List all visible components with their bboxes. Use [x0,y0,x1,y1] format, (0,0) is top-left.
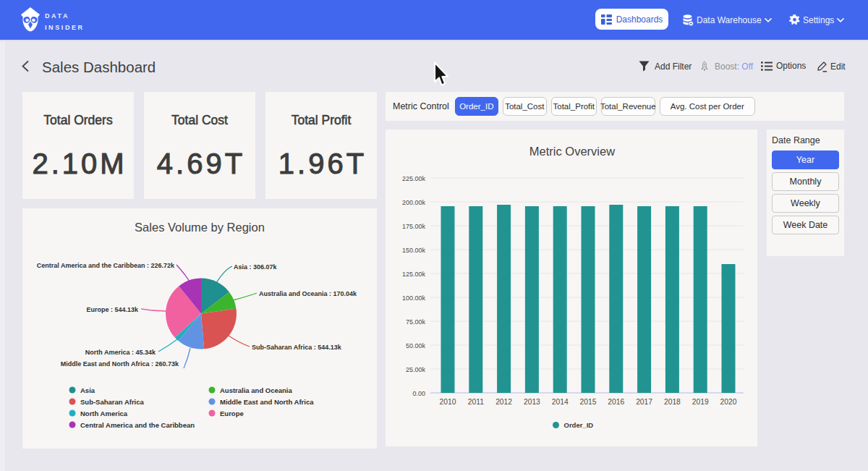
svg-text:50.00k: 50.00k [406,342,426,349]
svg-text:Central America and the Caribb: Central America and the Caribbean [80,421,195,429]
svg-text:100.00k: 100.00k [402,294,426,302]
svg-text:Middle East and North Africa :: Middle East and North Africa : 260.73k [61,360,179,368]
svg-text:Sales Volume by Region: Sales Volume by Region [135,221,265,234]
svg-text:2016: 2016 [608,398,624,406]
svg-text:Sub-Saharan Africa : 544.13k: Sub-Saharan Africa : 544.13k [252,344,342,351]
svg-text:Metric Overview: Metric Overview [529,145,615,158]
svg-text:225.00k: 225.00k [402,175,426,182]
svg-text:75.00k: 75.00k [406,318,426,326]
svg-text:2010: 2010 [440,398,456,406]
svg-text:25.00k: 25.00k [406,366,426,373]
svg-text:Australia and Oceania : 170.04: Australia and Oceania : 170.04k [259,290,357,297]
svg-text:200.00k: 200.00k [402,199,426,206]
svg-text:2012: 2012 [495,398,512,406]
svg-text:2011: 2011 [468,398,484,406]
svg-text:Europe : 544.13k: Europe : 544.13k [86,306,139,313]
svg-text:150.00k: 150.00k [402,247,426,254]
svg-text:Central America and the Caribb: Central America and the Caribbean : 226.… [37,262,175,269]
svg-text:2013: 2013 [524,398,540,406]
svg-text:Asia : 306.07k: Asia : 306.07k [234,263,278,271]
svg-text:2018: 2018 [664,398,681,406]
svg-text:125.00k: 125.00k [402,271,426,278]
svg-text:North America : 45.34k: North America : 45.34k [85,349,156,356]
svg-text:North America: North America [80,410,128,417]
svg-text:2020: 2020 [720,398,737,406]
svg-text:2015: 2015 [580,398,597,406]
svg-text:2019: 2019 [692,398,709,406]
svg-text:175.00k: 175.00k [402,223,426,230]
svg-text:Europe: Europe [220,410,244,417]
svg-text:Asia: Asia [80,386,95,394]
svg-text:Sub-Saharan Africa: Sub-Saharan Africa [80,398,145,406]
svg-text:Middle East and North Africa: Middle East and North Africa [220,398,314,406]
svg-text:Order_ID: Order_ID [564,421,594,429]
svg-text:2017: 2017 [636,398,652,406]
svg-text:2014: 2014 [552,398,569,406]
svg-text:0.00: 0.00 [412,390,425,397]
svg-text:Australia and Oceania: Australia and Oceania [220,386,293,394]
